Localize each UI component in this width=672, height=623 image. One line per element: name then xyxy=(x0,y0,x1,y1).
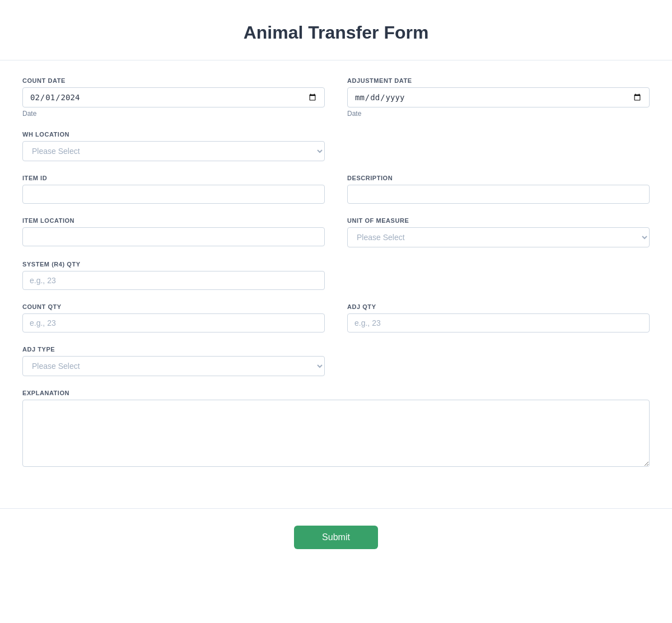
row-adj-type: ADJ TYPE Please Select xyxy=(22,346,650,376)
item-id-group: ITEM ID xyxy=(22,175,325,204)
submit-button[interactable]: Submit xyxy=(294,526,378,549)
page-title: Animal Transfer Form xyxy=(11,22,661,43)
description-group: DESCRIPTION xyxy=(347,175,650,204)
count-date-hint: Date xyxy=(22,110,325,118)
adj-qty-input[interactable] xyxy=(347,313,650,332)
footer-section: Submit xyxy=(0,508,672,566)
adj-type-label: ADJ TYPE xyxy=(22,346,325,353)
count-qty-label: COUNT QTY xyxy=(22,303,325,310)
page-wrapper: Animal Transfer Form COUNT DATE Date ADJ… xyxy=(0,0,672,566)
count-date-input[interactable] xyxy=(22,87,325,107)
system-qty-group: SYSTEM (R4) QTY xyxy=(22,261,325,290)
description-label: DESCRIPTION xyxy=(347,175,650,181)
adjustment-date-label: ADJUSTMENT DATE xyxy=(347,77,650,84)
adjustment-date-hint: Date xyxy=(347,110,650,118)
row-dates: COUNT DATE Date ADJUSTMENT DATE Date xyxy=(22,77,650,118)
row-item-description: ITEM ID DESCRIPTION xyxy=(22,175,650,204)
unit-of-measure-group: UNIT OF MEASURE Please Select xyxy=(347,217,650,247)
unit-of-measure-label: UNIT OF MEASURE xyxy=(347,217,650,224)
description-input[interactable] xyxy=(347,185,650,204)
count-date-group: COUNT DATE Date xyxy=(22,77,325,118)
count-qty-group: COUNT QTY xyxy=(22,303,325,332)
count-date-label: COUNT DATE xyxy=(22,77,325,84)
row-location-uom: ITEM LOCATION UNIT OF MEASURE Please Sel… xyxy=(22,217,650,247)
adj-qty-group: ADJ QTY xyxy=(347,303,650,332)
item-location-input[interactable] xyxy=(22,227,325,246)
adj-type-group: ADJ TYPE Please Select xyxy=(22,346,325,376)
row-qty: COUNT QTY ADJ QTY xyxy=(22,303,650,332)
wh-location-group: WH LOCATION Please Select xyxy=(22,131,325,161)
explanation-label: EXPLANATION xyxy=(22,390,650,396)
adjustment-date-input[interactable] xyxy=(347,87,650,107)
row-system-qty: SYSTEM (R4) QTY xyxy=(22,261,650,290)
empty-col-3 xyxy=(347,346,650,376)
item-location-label: ITEM LOCATION xyxy=(22,217,325,224)
system-qty-input[interactable] xyxy=(22,271,325,290)
count-qty-input[interactable] xyxy=(22,313,325,332)
explanation-textarea[interactable] xyxy=(22,400,650,467)
explanation-group: EXPLANATION xyxy=(22,390,650,467)
wh-location-select[interactable]: Please Select xyxy=(22,141,325,161)
item-id-input[interactable] xyxy=(22,185,325,204)
row-explanation: EXPLANATION xyxy=(22,390,650,467)
item-location-group: ITEM LOCATION xyxy=(22,217,325,247)
wh-location-label: WH LOCATION xyxy=(22,131,325,138)
row-wh-location: WH LOCATION Please Select xyxy=(22,131,650,161)
adjustment-date-group: ADJUSTMENT DATE Date xyxy=(347,77,650,118)
adj-type-select[interactable]: Please Select xyxy=(22,356,325,376)
header-section: Animal Transfer Form xyxy=(0,0,672,60)
adj-qty-label: ADJ QTY xyxy=(347,303,650,310)
item-id-label: ITEM ID xyxy=(22,175,325,181)
unit-of-measure-select[interactable]: Please Select xyxy=(347,227,650,247)
form-section: COUNT DATE Date ADJUSTMENT DATE Date WH … xyxy=(0,60,672,497)
empty-col-1 xyxy=(347,131,650,161)
empty-col-2 xyxy=(347,261,650,290)
system-qty-label: SYSTEM (R4) QTY xyxy=(22,261,325,268)
